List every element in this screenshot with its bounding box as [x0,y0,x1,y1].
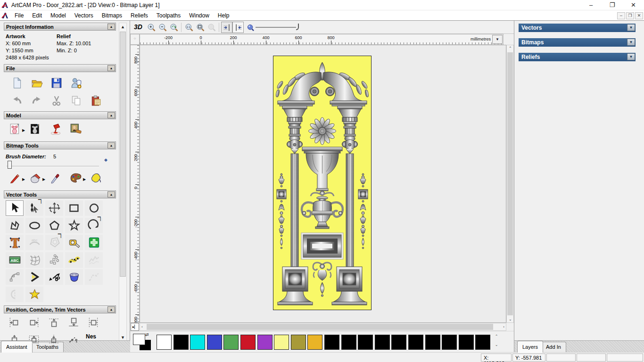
tool-pick-colour[interactable] [47,171,64,186]
menu-help[interactable]: Help [214,10,234,21]
tool-create-polygon[interactable] [45,218,63,233]
tool-save-model[interactable] [48,75,65,90]
palette-scroll-down-icon[interactable]: ⌄ [493,343,500,349]
menu-bitmaps[interactable]: Bitmaps [98,10,126,21]
tool-reduce-colours[interactable] [88,171,105,186]
palette-swatch-18[interactable] [459,335,474,350]
zoom-previous-icon[interactable] [168,22,180,33]
tool-create-ellipse[interactable] [25,218,43,233]
brush-diameter-slider[interactable] [7,166,99,167]
toggle-left-panel-icon[interactable] [221,22,232,33]
palette-swatch-19[interactable] [475,335,490,350]
tool-shaded-view[interactable] [47,122,64,137]
scroll-right-icon[interactable]: › [503,325,504,329]
zoom-selection-icon[interactable] [206,22,217,33]
tool-mirror-vectors[interactable] [6,287,24,302]
scrollbar-thumb[interactable] [507,52,513,315]
palette-swatch-16[interactable] [425,335,440,350]
tool-measure[interactable] [65,235,83,250]
section-header-position-combine-trim[interactable]: Position, Combine, Trim Vectors ▲ [4,305,116,313]
tool-create-text[interactable] [6,235,24,250]
primary-secondary-colours[interactable]: ⇄ [130,331,155,353]
palette-swatch-17[interactable] [442,335,457,350]
tool-create-circle[interactable] [85,200,103,216]
palette-swatch-1[interactable] [173,335,189,350]
section-header-bitmap-tools[interactable]: Bitmap Tools ▲ [4,141,116,149]
collapse-icon[interactable]: ▲ [107,191,115,197]
link-colours-icon[interactable]: ⇄ [145,332,149,337]
menu-toolpaths[interactable]: Toolpaths [152,10,185,21]
tool-create-rectangle[interactable] [65,200,83,216]
palette-swatch-6[interactable] [257,335,272,350]
menu-reliefs[interactable]: Reliefs [126,10,152,21]
zoom-out-icon[interactable] [157,22,168,33]
vectors-panel-header[interactable]: Vectors ▼ [519,24,636,32]
tool-load-image[interactable] [67,122,84,137]
tool-align-top[interactable] [45,315,62,330]
tool-join-vectors[interactable] [25,269,43,285]
toolbar-slider[interactable] [256,27,296,28]
tab-assistant[interactable]: Assistant [1,341,33,353]
tool-paint[interactable] [7,171,24,186]
palette-swatch-9[interactable] [307,335,322,350]
scrollbar-thumb[interactable] [147,324,493,330]
section-header-model[interactable]: Model ▲ [4,111,116,119]
zoom-in-icon[interactable] [146,22,157,33]
menu-model[interactable]: Model [46,10,70,21]
palette-swatch-0[interactable] [157,335,172,350]
palette-swatch-2[interactable] [190,335,205,350]
bitmaps-panel-header[interactable]: Bitmaps ▼ [519,38,636,47]
tool-transform[interactable] [45,200,63,216]
restore-button[interactable]: ❐ [602,0,623,10]
palette-swatch-8[interactable] [291,335,306,350]
tool-text-block[interactable]: ABC [6,252,24,268]
mdi-close-button[interactable]: ✕ [635,12,643,19]
tool-trim-vectors[interactable] [45,269,63,285]
ruler-units-dropdown[interactable]: ▼ [492,35,503,44]
menu-vectors[interactable]: Vectors [70,10,98,21]
tool-block-copy[interactable] [45,252,63,268]
view-3d-button[interactable]: 3D [134,23,142,31]
palette-swatch-13[interactable] [375,335,390,350]
close-button[interactable]: ✕ [623,0,644,10]
tool-align-centre[interactable] [85,315,102,330]
palette-swatch-11[interactable] [341,335,356,350]
scrollbar-thumb[interactable] [120,32,126,277]
tool-free-polyline[interactable] [85,269,103,285]
tool-create-star[interactable] [65,218,83,233]
tool-model-properties[interactable] [68,75,85,90]
reliefs-panel-header[interactable]: Reliefs ▼ [519,53,636,61]
collapse-icon[interactable]: ▲ [107,24,115,30]
tool-create-polyline[interactable] [6,218,24,233]
toggle-right-panel-icon[interactable] [232,22,244,33]
canvas-horizontal-scrollbar[interactable]: ‹ › [140,323,506,331]
minimize-button[interactable]: – [580,0,602,10]
palette-swatch-5[interactable] [240,335,256,350]
tool-envelope-distort[interactable] [25,252,43,268]
section-header-file[interactable]: File ▲ [4,64,116,72]
tool-redo[interactable] [28,93,45,108]
assistant-scrollbar[interactable]: ▲ ▼ [119,23,127,342]
tool-node-editing[interactable]: ▔▏ [25,200,43,216]
tool-offset-vector[interactable]: ▔▏ [45,235,63,250]
tool-nest-dots[interactable] [65,332,82,347]
tool-flood-fill[interactable] [27,171,44,186]
menu-window[interactable]: Window [185,10,214,21]
palette-swatch-10[interactable] [324,335,339,350]
tool-paste-along-curve[interactable] [65,252,83,268]
brush-slider-handle[interactable] [8,161,12,169]
tool-align-left[interactable] [6,315,23,330]
tool-interactive-sculpt[interactable] [65,269,83,285]
palette-swatch-7[interactable] [274,335,289,350]
tool-copy[interactable] [68,93,85,108]
zoom-1to1-icon[interactable]: 1:1 [183,22,195,33]
tool-wrap-vectors[interactable] [25,287,43,302]
palette-swatch-14[interactable] [391,335,406,350]
2d-view-canvas[interactable] [140,45,506,323]
primary-colour-swatch[interactable] [133,334,145,345]
tool-fit-vectors[interactable] [85,252,103,268]
tool-open-model[interactable] [28,75,45,90]
mdi-restore-button[interactable]: ❐ [626,12,634,19]
menu-file[interactable]: File [10,10,28,21]
scroll-left-icon[interactable]: ‹ [141,325,143,329]
